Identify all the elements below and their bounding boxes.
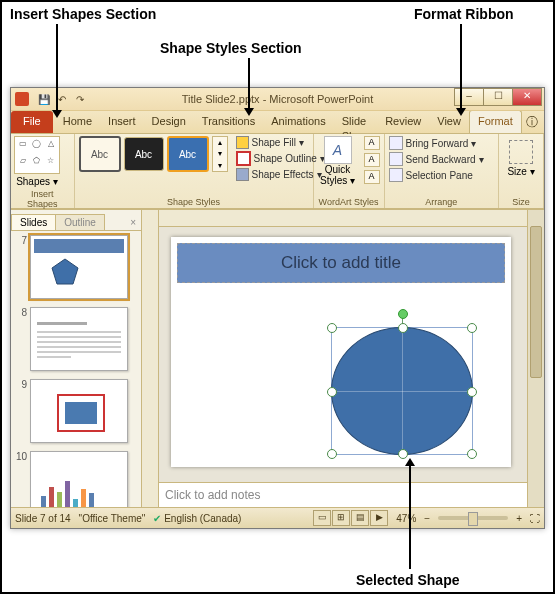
group-wordart-styles: A Quick Styles ▾ A A A WordArt Styles	[314, 134, 385, 208]
close-button[interactable]: ✕	[512, 88, 542, 106]
outline-tab[interactable]: Outline	[55, 214, 105, 230]
resize-handle[interactable]	[398, 323, 408, 333]
arrowhead-icon	[244, 108, 254, 116]
text-fill-button[interactable]: A	[364, 136, 380, 150]
tab-file[interactable]: File	[11, 111, 53, 133]
size-button[interactable]: Size ▾	[506, 136, 536, 177]
thumbnail-list[interactable]: 7 8	[11, 231, 141, 507]
resize-handle[interactable]	[327, 323, 337, 333]
selected-shape[interactable]	[331, 327, 473, 455]
reading-view-button[interactable]: ▤	[351, 510, 369, 526]
quick-styles-icon: A	[324, 136, 352, 164]
horizontal-ruler	[159, 210, 527, 227]
size-icon	[509, 140, 533, 164]
resize-handle[interactable]	[467, 449, 477, 459]
normal-view-button[interactable]: ▭	[313, 510, 331, 526]
zoom-slider-knob[interactable]	[468, 512, 478, 526]
group-label-insert-shapes: Insert Shapes	[15, 187, 70, 210]
thumbnail-10[interactable]: 10	[13, 451, 139, 507]
slide-canvas[interactable]: Click to add title	[159, 227, 527, 482]
effects-icon	[236, 168, 249, 181]
quick-access-toolbar: 💾 ↶ ↷	[37, 92, 87, 106]
style-thumb-2[interactable]: Abc	[124, 137, 164, 171]
thumbnail-8[interactable]: 8	[13, 307, 139, 371]
arrow-insert-shapes	[56, 24, 58, 112]
annotation-selected-shape: Selected Shape	[356, 572, 460, 588]
redo-icon[interactable]: ↷	[73, 92, 87, 106]
resize-handle[interactable]	[467, 323, 477, 333]
slides-tab[interactable]: Slides	[11, 214, 56, 230]
text-outline-button[interactable]: A	[364, 153, 380, 167]
help-icon[interactable]: ⓘ	[522, 112, 542, 133]
shape-style-gallery[interactable]: Abc Abc Abc ▴▾▾	[79, 136, 228, 172]
minimize-button[interactable]: –	[454, 88, 484, 106]
title-placeholder[interactable]: Click to add title	[177, 243, 505, 283]
group-label-size: Size	[503, 195, 539, 208]
tab-format[interactable]: Format	[469, 110, 522, 133]
shape-icon	[49, 258, 81, 286]
fill-bucket-icon	[236, 136, 249, 149]
notes-pane[interactable]: Click to add notes	[159, 482, 527, 507]
maximize-button[interactable]: ☐	[483, 88, 513, 106]
sorter-view-button[interactable]: ⊞	[332, 510, 350, 526]
style-thumb-1[interactable]: Abc	[79, 136, 121, 172]
vertical-ruler	[142, 210, 159, 507]
zoom-in-button[interactable]: +	[516, 513, 522, 524]
language-indicator[interactable]: ✔ English (Canada)	[153, 513, 241, 524]
bring-forward-icon	[389, 136, 403, 150]
tab-review[interactable]: Review	[377, 111, 429, 133]
resize-handle[interactable]	[327, 387, 337, 397]
group-label-wordart: WordArt Styles	[318, 195, 380, 208]
zoom-slider[interactable]	[438, 516, 508, 520]
slide: Click to add title	[171, 237, 511, 467]
shape-effects-button[interactable]: Shape Effects ▾	[236, 168, 325, 181]
send-backward-button[interactable]: Send Backward ▾	[389, 152, 484, 166]
arrowhead-icon	[456, 108, 466, 116]
resize-handle[interactable]	[327, 449, 337, 459]
thumb-number: 8	[13, 307, 30, 318]
ribbon: ▭◯△ ▱⬠☆ Shapes ▾ Insert Shapes Abc	[11, 134, 544, 209]
theme-name: "Office Theme"	[79, 513, 146, 524]
tab-slideshow[interactable]: Slide Show	[334, 111, 378, 133]
shapes-gallery-button[interactable]: ▭◯△ ▱⬠☆ Shapes ▾	[15, 136, 59, 187]
arrow-selected-shape	[409, 464, 411, 569]
scrollbar-thumb[interactable]	[530, 226, 542, 378]
arrow-format-ribbon	[460, 24, 462, 110]
slides-panel: Slides Outline × 7	[11, 210, 142, 507]
save-icon[interactable]: 💾	[37, 92, 51, 106]
group-size: Size ▾ Size	[499, 134, 544, 208]
vertical-scrollbar[interactable]	[527, 210, 544, 507]
statusbar: Slide 7 of 14 "Office Theme" ✔ English (…	[11, 507, 544, 528]
fit-to-window-button[interactable]: ⛶	[530, 513, 540, 524]
selection-pane-icon	[389, 168, 403, 182]
slide-count: Slide 7 of 14	[15, 513, 71, 524]
close-panel-button[interactable]: ×	[125, 215, 141, 230]
zoom-level[interactable]: 47%	[396, 513, 416, 524]
thumb-number: 9	[13, 379, 30, 390]
outline-pen-icon	[236, 151, 251, 166]
arrowhead-icon	[52, 110, 62, 118]
thumbnail-9[interactable]: 9	[13, 379, 139, 443]
tab-animations[interactable]: Animations	[263, 111, 333, 133]
resize-handle[interactable]	[467, 387, 477, 397]
slideshow-view-button[interactable]: ▶	[370, 510, 388, 526]
style-thumb-3[interactable]: Abc	[167, 136, 209, 172]
shape-fill-button[interactable]: Shape Fill ▾	[236, 136, 325, 149]
selection-pane-button[interactable]: Selection Pane	[389, 168, 484, 182]
ellipse-shape[interactable]	[331, 327, 473, 455]
tab-insert[interactable]: Insert	[100, 111, 144, 133]
quick-styles-button[interactable]: A Quick Styles ▾	[318, 136, 358, 186]
editor: Click to add title	[142, 210, 544, 507]
shapes-label: Shapes ▾	[16, 176, 58, 187]
shape-outline-button[interactable]: Shape Outline ▾	[236, 151, 325, 166]
bring-forward-button[interactable]: Bring Forward ▾	[389, 136, 484, 150]
thumbnail-7[interactable]: 7	[13, 235, 139, 299]
app-window: 💾 ↶ ↷ Title Slide2.pptx - Microsoft Powe…	[10, 87, 545, 529]
rotation-handle[interactable]	[398, 309, 408, 319]
tab-design[interactable]: Design	[144, 111, 194, 133]
send-backward-icon	[389, 152, 403, 166]
text-effects-button[interactable]: A	[364, 170, 380, 184]
arrowhead-icon	[405, 458, 415, 466]
zoom-out-button[interactable]: −	[424, 513, 430, 524]
gallery-more-button[interactable]: ▴▾▾	[212, 136, 228, 172]
